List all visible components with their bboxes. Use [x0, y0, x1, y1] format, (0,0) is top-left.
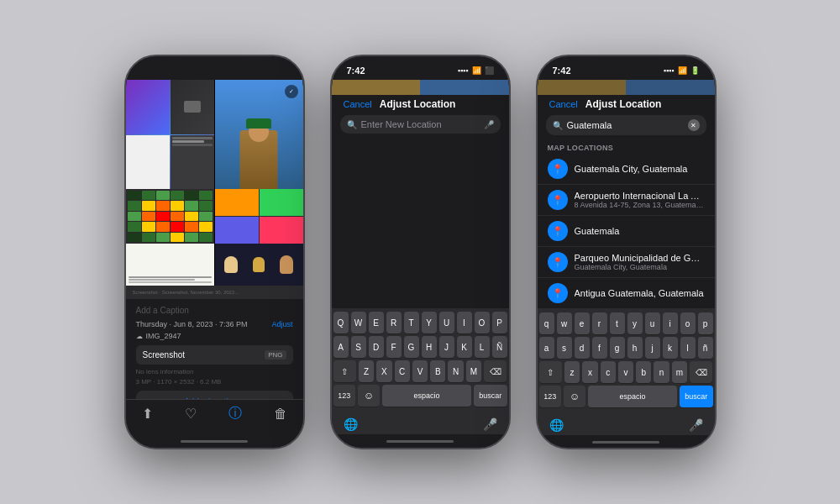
- space-key-2[interactable]: espacio: [382, 385, 471, 407]
- key-y[interactable]: Y: [422, 312, 437, 333]
- key3-n[interactable]: n: [654, 361, 669, 383]
- key-u[interactable]: U: [439, 312, 454, 333]
- key-a[interactable]: A: [333, 336, 349, 358]
- key-j[interactable]: J: [439, 336, 454, 358]
- key-i[interactable]: I: [457, 312, 472, 333]
- heart-icon[interactable]: ♡: [185, 406, 197, 422]
- trash-icon[interactable]: 🗑: [274, 407, 287, 422]
- info-icon[interactable]: ⓘ: [228, 405, 242, 423]
- key-h[interactable]: H: [422, 336, 437, 358]
- key-n[interactable]: N: [448, 360, 463, 382]
- result-item-3[interactable]: 📍 Parqueo Municipalidad de Guatemala Gua…: [538, 247, 715, 278]
- keyboard-row1-3: q w e r t y u i o p: [539, 312, 713, 334]
- emoji-key-2[interactable]: ☺: [358, 385, 380, 407]
- search-key-2[interactable]: buscar: [474, 385, 507, 407]
- mic-bottom-icon-3[interactable]: 🎤: [689, 418, 703, 432]
- emoji-key-3[interactable]: ☺: [564, 386, 585, 407]
- search-placeholder-2[interactable]: Enter New Location: [361, 119, 480, 129]
- add-location-button[interactable]: Add a location...: [136, 391, 293, 399]
- key-c[interactable]: C: [395, 360, 410, 382]
- mic-icon-2[interactable]: 🎤: [484, 120, 494, 129]
- result-item-4[interactable]: 📍 Antigua Guatemala, Guatemala: [538, 278, 715, 309]
- key-l[interactable]: L: [475, 336, 490, 358]
- key3-e[interactable]: e: [575, 312, 590, 334]
- globe-icon-2[interactable]: 🌐: [344, 417, 358, 431]
- key3-i[interactable]: i: [663, 312, 678, 334]
- key3-a[interactable]: a: [539, 337, 554, 359]
- mic-bottom-icon-2[interactable]: 🎤: [483, 417, 497, 431]
- key3-s[interactable]: s: [557, 337, 572, 359]
- numbers-key-3[interactable]: 123: [539, 386, 561, 407]
- key-m[interactable]: M: [466, 360, 481, 382]
- key3-m[interactable]: m: [672, 361, 687, 383]
- key-t[interactable]: T: [404, 312, 419, 333]
- result-item-1[interactable]: 📍 Aeropuerto Internacional La Aurora... …: [538, 185, 715, 216]
- space-key-3[interactable]: espacio: [588, 386, 677, 407]
- key3-h[interactable]: h: [627, 337, 643, 359]
- key3-l[interactable]: l: [680, 337, 696, 359]
- result-main-1: Aeropuerto Internacional La Aurora...: [575, 191, 705, 201]
- cancel-button-3[interactable]: Cancel: [549, 99, 578, 109]
- key-g[interactable]: G: [404, 336, 419, 358]
- result-item-0[interactable]: 📍 Guatemala City, Guatemala: [538, 154, 715, 185]
- key3-v[interactable]: v: [618, 361, 633, 383]
- battery-icon: ⬛: [485, 66, 494, 75]
- key3-c[interactable]: c: [601, 361, 616, 383]
- search-key-3[interactable]: buscar: [680, 386, 713, 407]
- share-icon[interactable]: ⬆: [142, 406, 153, 422]
- key-v[interactable]: V: [412, 360, 428, 382]
- backspace-key-2[interactable]: ⌫: [484, 360, 507, 382]
- search-bar-3[interactable]: 🔍 Guatemala ✕: [546, 115, 706, 135]
- photo-cell-animals: [215, 244, 303, 286]
- key3-k[interactable]: k: [663, 337, 678, 359]
- key-r[interactable]: R: [386, 312, 402, 333]
- key-n-tilde[interactable]: Ñ: [492, 336, 507, 358]
- key3-f[interactable]: f: [592, 337, 607, 359]
- result-main-4: Antigua Guatemala, Guatemala: [575, 288, 705, 298]
- file-type: Screenshot: [143, 350, 186, 360]
- caption-field[interactable]: Add a Caption: [136, 306, 293, 315]
- adjust-button[interactable]: Adjust: [271, 320, 292, 328]
- key-d[interactable]: D: [369, 336, 384, 358]
- result-item-2[interactable]: 📍 Guatemala: [538, 216, 715, 247]
- key-z[interactable]: Z: [359, 360, 374, 382]
- search-value-3[interactable]: Guatemala: [567, 120, 684, 130]
- key-p[interactable]: P: [492, 312, 507, 333]
- cancel-button-2[interactable]: Cancel: [344, 99, 372, 109]
- key3-t[interactable]: t: [610, 312, 625, 334]
- key3-b[interactable]: b: [636, 361, 651, 383]
- nav-bar-3: Cancel Adjust Location: [538, 95, 715, 115]
- search-bar-2[interactable]: 🔍 Enter New Location 🎤: [340, 115, 501, 134]
- key3-j[interactable]: j: [645, 337, 660, 359]
- key-o[interactable]: O: [475, 312, 490, 333]
- photo-cell-text1: [126, 244, 214, 286]
- key3-p[interactable]: p: [698, 312, 713, 334]
- key3-n-tilde[interactable]: ñ: [698, 337, 713, 359]
- key3-u[interactable]: u: [645, 312, 660, 334]
- key-w[interactable]: W: [351, 312, 366, 333]
- key3-y[interactable]: y: [627, 312, 643, 334]
- key-k[interactable]: K: [457, 336, 472, 358]
- key-s[interactable]: S: [351, 336, 366, 358]
- shift-key-2[interactable]: ⇧: [333, 360, 356, 382]
- key-q[interactable]: Q: [333, 312, 349, 333]
- globe-icon-3[interactable]: 🌐: [549, 418, 564, 432]
- key3-w[interactable]: w: [557, 312, 572, 334]
- key-b[interactable]: B: [430, 360, 445, 382]
- result-text-4: Antigua Guatemala, Guatemala: [575, 288, 705, 298]
- backspace-key-3[interactable]: ⌫: [690, 361, 712, 383]
- key3-d[interactable]: d: [575, 337, 590, 359]
- key-f[interactable]: F: [386, 336, 402, 358]
- key-x[interactable]: X: [376, 360, 391, 382]
- home-indicator-3: [592, 441, 659, 444]
- key3-x[interactable]: x: [582, 361, 597, 383]
- shift-key-3[interactable]: ⇧: [539, 361, 562, 383]
- key3-o[interactable]: o: [680, 312, 696, 334]
- clear-icon-3[interactable]: ✕: [688, 119, 700, 131]
- key3-q[interactable]: q: [539, 312, 554, 334]
- numbers-key-2[interactable]: 123: [333, 385, 355, 407]
- key-e[interactable]: E: [369, 312, 384, 333]
- key3-z[interactable]: z: [564, 361, 580, 383]
- key3-g[interactable]: g: [610, 337, 625, 359]
- key3-r[interactable]: r: [592, 312, 607, 334]
